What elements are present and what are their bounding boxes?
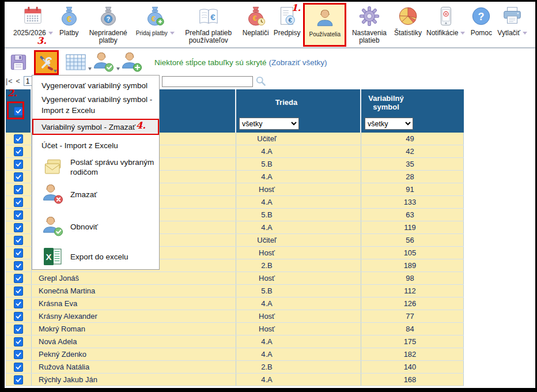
- row-checkbox[interactable]: [14, 147, 23, 156]
- row-checkbox[interactable]: [14, 236, 23, 245]
- menu-item-ucet-import-z-excelu[interactable]: Účet - Import z Excelu: [32, 141, 159, 150]
- row-checkbox[interactable]: [14, 210, 23, 220]
- save-button[interactable]: [8, 52, 29, 73]
- book-euro-icon: €: [197, 5, 220, 27]
- svg-text:?: ?: [107, 16, 110, 22]
- row-checkbox[interactable]: [14, 337, 23, 346]
- table-row: Pekný Zdenko4.A182: [6, 348, 464, 361]
- row-checkbox[interactable]: [14, 312, 23, 321]
- row-checkbox[interactable]: [14, 325, 23, 334]
- menu-item-zmazat[interactable]: Zmazať: [32, 182, 159, 207]
- save-icon: [8, 52, 29, 73]
- row-checkbox-cell: [6, 158, 32, 170]
- menu-item-label: Export do excelu: [70, 252, 128, 261]
- row-checkbox[interactable]: [14, 274, 23, 283]
- variabilny-symbol-column-header: Variabilný symbol všetky: [361, 89, 464, 133]
- row-checkbox[interactable]: [14, 248, 23, 258]
- first-page-button[interactable]: |<: [6, 77, 13, 85]
- row-symbol-cell: 28: [361, 171, 464, 183]
- show-all-link[interactable]: (Zobraziť všetky): [269, 58, 327, 67]
- row-trieda-cell: 4.A: [236, 145, 361, 157]
- table-row: Rýchly Jakub Ján4.A168: [6, 374, 464, 386]
- toolbar-item-label: Používatelia: [309, 31, 340, 38]
- toolbar-item-statistiky[interactable]: Štatistiky: [392, 2, 423, 47]
- row-checkbox-cell: [6, 297, 32, 310]
- menu-item-variabilny-symbol-zmazat[interactable]: Variabilný symbol - Zmazať: [32, 119, 159, 135]
- row-trieda-cell: 4.A: [236, 336, 361, 348]
- toolbar-item-neplatici[interactable]: €Neplatiči: [241, 2, 271, 47]
- trieda-filter-select[interactable]: všetky: [239, 118, 299, 130]
- toolbar-item-vytlacit[interactable]: Vytlačiť: [496, 2, 528, 47]
- toolbar-item-predpisy[interactable]: €Predpisy: [272, 2, 302, 47]
- variabilny-symbol-filter-select[interactable]: všetky: [365, 118, 413, 130]
- secondary-toolbar: 3. Niektoré stĺpce tabuľky sú skryté(Zob…: [5, 49, 327, 76]
- row-checkbox[interactable]: [14, 198, 23, 207]
- toolbar-item-nastavenia-platieb[interactable]: Nastavenia platieb: [347, 2, 391, 47]
- row-checkbox[interactable]: [14, 363, 23, 372]
- row-name-cell: Nová Adela: [32, 336, 236, 348]
- menu-item-vygenerovat-variabilny-symbol-import-z-excelu[interactable]: Vygenerovať variabilný symbol - Import z…: [32, 94, 159, 116]
- row-checkbox-cell: [6, 285, 32, 297]
- user-check-button[interactable]: [92, 51, 115, 74]
- row-checkbox[interactable]: [14, 185, 23, 194]
- menu-item-obnovit[interactable]: Obnoviť: [32, 214, 159, 239]
- row-checkbox[interactable]: [14, 172, 23, 182]
- row-symbol-cell: 35: [361, 158, 464, 170]
- toolbar-item-nepriradene-platby[interactable]: ?Nepriradené platby: [84, 2, 133, 47]
- row-checkbox[interactable]: [14, 134, 23, 144]
- row-checkbox[interactable]: [14, 223, 23, 232]
- row-checkbox[interactable]: [14, 287, 23, 296]
- app-window: 2025/2026€Platby?Nepriradené platby€Prid…: [0, 0, 537, 392]
- toolbar-item-pridaj-platby[interactable]: €Pridaj platby: [134, 2, 176, 47]
- row-checkbox[interactable]: [14, 375, 23, 385]
- row-trieda-cell: 4.A: [236, 297, 361, 310]
- calendar-icon: [21, 5, 44, 27]
- table-row: Ružová Natália2.B140: [6, 361, 464, 374]
- money-bag-clock-icon: €: [244, 5, 267, 27]
- toolbar-item-notifikacie[interactable]: Notifikácie: [425, 2, 467, 47]
- toolbar-item-label: Notifikácie: [426, 29, 465, 37]
- menu-item-poslat-spravu-vybranym-rodicom[interactable]: Poslať správu vybraným rodičom: [32, 154, 159, 180]
- tools-button[interactable]: 3.: [34, 50, 59, 75]
- svg-text:€: €: [289, 17, 293, 24]
- menu-item-export-do-excelu[interactable]: XExport do excelu: [32, 245, 159, 268]
- row-checkbox-cell: [6, 247, 32, 259]
- menu-item-vygenerovat-variabilny-symbol[interactable]: Vygenerovať variabilný symbol: [32, 81, 159, 90]
- row-checkbox[interactable]: [14, 160, 23, 169]
- row-symbol-cell: 42: [361, 145, 464, 157]
- toolbar-item-label: Vytlačiť: [497, 29, 527, 37]
- phone-icon: [434, 5, 457, 27]
- row-symbol-cell: 112: [361, 285, 464, 297]
- toolbar-item-label: Pridaj platby: [136, 29, 175, 37]
- toolbar-item-2025-2026[interactable]: 2025/2026: [12, 2, 55, 47]
- column-header-trieda-label: Trieda: [236, 98, 336, 107]
- user-delete-icon: [41, 183, 65, 206]
- toolbar-item-pomoc[interactable]: ?Pomoc: [468, 2, 494, 47]
- chevron-down-icon: [54, 70, 57, 73]
- toolbar-item-pouzivatelia[interactable]: Používatelia1.: [303, 3, 346, 47]
- row-trieda-cell: Hosť: [236, 183, 361, 195]
- row-trieda-cell: Učiteľ: [236, 234, 361, 246]
- svg-text:?: ?: [478, 11, 485, 22]
- search-input[interactable]: [162, 76, 253, 87]
- row-checkbox[interactable]: [14, 261, 23, 270]
- menu-item-label: Poslať správu vybraným rodičom: [70, 157, 157, 177]
- user-add-button[interactable]: [120, 51, 143, 74]
- menu-item-label: Obnoviť: [70, 223, 98, 231]
- row-checkbox[interactable]: [14, 299, 23, 308]
- gear-icon: [358, 5, 381, 27]
- toolbar-item-prehlad-platieb-pouzivatelov[interactable]: €Prehľad platieb používateľov: [177, 2, 240, 47]
- svg-text:X: X: [46, 252, 51, 262]
- row-symbol-cell: 91: [361, 183, 464, 195]
- toolbar-item-platby[interactable]: €Platby: [56, 2, 82, 47]
- select-all-checkbox[interactable]: [14, 107, 23, 116]
- row-symbol-cell: 77: [361, 310, 464, 322]
- row-checkbox[interactable]: [14, 350, 23, 359]
- envelope-icon: [41, 157, 65, 177]
- toolbar-item-label: Platby: [59, 29, 78, 37]
- toolbar-separator: [5, 47, 535, 48]
- money-bag-icon: €: [58, 5, 81, 27]
- prev-page-button[interactable]: <: [16, 77, 21, 85]
- table-columns-button[interactable]: [64, 51, 87, 74]
- search-icon[interactable]: [255, 75, 267, 88]
